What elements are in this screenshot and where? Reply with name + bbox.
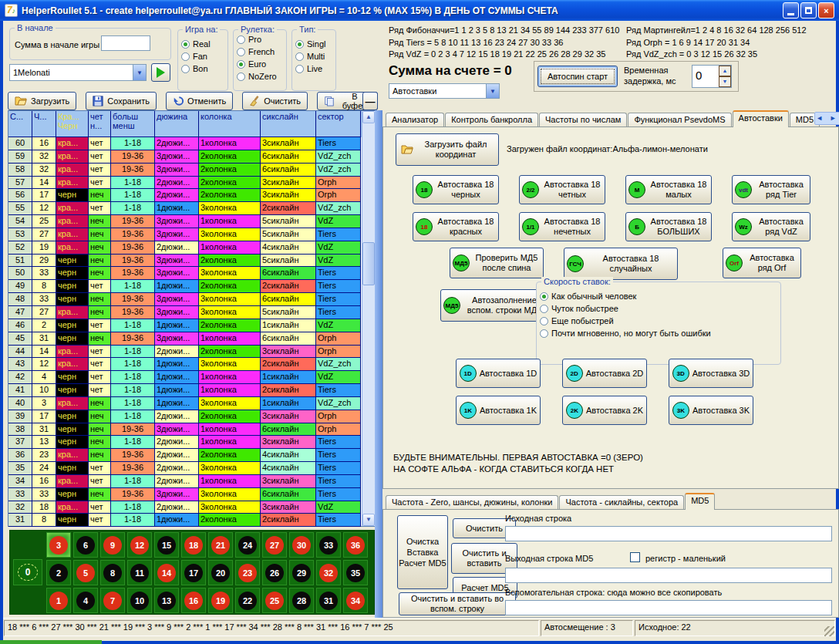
preset-combo[interactable]: 1Melonati ▼ bbox=[9, 64, 147, 81]
radio-Как обычный человек[interactable]: Как обычный человек bbox=[540, 292, 777, 301]
tab-Функционал PsevdoMS[interactable]: Функционал PsevdoMS bbox=[628, 113, 731, 127]
radio-Еще побыстрей[interactable]: Еще побыстрей bbox=[540, 316, 777, 325]
radio-French[interactable]: French bbox=[237, 47, 283, 56]
board-number-13[interactable]: 13 bbox=[154, 588, 179, 613]
table-row[interactable]: 403кра...неч1-181дюжи...3колонка1сиклайн… bbox=[8, 397, 375, 410]
table-row[interactable]: 5033черннеч19-363дюжи...3колонка6сиклайн… bbox=[8, 267, 375, 280]
board-number-25[interactable]: 25 bbox=[262, 588, 287, 613]
register-checkbox[interactable] bbox=[630, 552, 640, 562]
board-number-5[interactable]: 5 bbox=[73, 560, 98, 585]
button-Автоставка 1K[interactable]: 1KАвтоставка 1K bbox=[456, 396, 541, 425]
toolbar-button-2[interactable]: Сохранить bbox=[86, 92, 157, 110]
scroll-up-icon[interactable]: ▲ bbox=[362, 111, 375, 123]
board-number-0[interactable]: 0 bbox=[13, 559, 42, 585]
resize-grip[interactable] bbox=[824, 626, 834, 636]
tab-Частота - Zero, шансы, дюжины, колонки[interactable]: Частота - Zero, шансы, дюжины, колонки bbox=[386, 495, 558, 510]
splitter[interactable] bbox=[375, 110, 382, 621]
tab-MD5[interactable]: MD5 bbox=[685, 493, 715, 510]
board-number-12[interactable]: 12 bbox=[127, 532, 152, 558]
board-number-36[interactable]: 36 bbox=[343, 532, 368, 558]
table-row[interactable]: 5617черннеч1-182дюжи...2колонка3сиклайнO… bbox=[8, 189, 375, 202]
chevron-down-icon[interactable]: ▼ bbox=[486, 84, 499, 98]
table-row[interactable]: 5425кра...неч19-363дюжи...1колонка5сикла… bbox=[8, 215, 375, 228]
radio-Bon[interactable]: Bon bbox=[181, 64, 224, 73]
button-Автоставка 3D[interactable]: 3DАвтоставка 3D bbox=[669, 359, 753, 388]
table-row[interactable]: 3831черннеч19-363дюжи...1колонка6сиклайн… bbox=[8, 423, 375, 437]
table-row[interactable]: 5832кра...чет19-363дюжи...2колонка6сикла… bbox=[8, 164, 375, 177]
button-Автоставка 18 черных[interactable]: 18Автоставка 18 черных bbox=[413, 175, 499, 204]
table-row[interactable]: 3917черннеч1-182дюжи...2колонка3сиклайнO… bbox=[8, 410, 375, 423]
radio-Fan[interactable]: Fan bbox=[181, 52, 224, 61]
button-Автоставка ряд VdZ[interactable]: WzАвтоставка ряд VdZ bbox=[732, 212, 810, 241]
button-Автоставка ряд Tier[interactable]: vdtАвтоставка ряд Tier bbox=[732, 175, 810, 204]
spinner-up-icon[interactable]: ▲ bbox=[719, 66, 731, 76]
table-row[interactable]: 3623кра...неч19-362дюжи...2колонка4сикла… bbox=[8, 449, 375, 462]
radio-Почти мгновенно, но могут быть ошибки[interactable]: Почти мгновенно, но могут быть ошибки bbox=[540, 329, 777, 338]
delay-spinner[interactable]: 0 ▲ ▼ bbox=[692, 65, 732, 88]
title-bar[interactable]: 7♪ HelperRoullet 5.1 - create helperroul… bbox=[0, 0, 839, 21]
board-number-17[interactable]: 17 bbox=[181, 560, 206, 585]
board-number-30[interactable]: 30 bbox=[289, 532, 314, 558]
table-row[interactable]: 4110чернчет1-181дюжи...1колонка2сиклайнT… bbox=[8, 384, 375, 397]
table-row[interactable]: 3333черннеч19-363дюжи...3колонка6сиклайн… bbox=[8, 488, 375, 501]
start-sum-input[interactable] bbox=[101, 35, 150, 51]
table-row[interactable]: 3524чернчет19-362дюжи...3колонка4сиклайн… bbox=[8, 462, 375, 475]
button-Автоставка 1D[interactable]: 1DАвтоставка 1D bbox=[456, 359, 541, 388]
close-button[interactable]: × bbox=[818, 2, 834, 19]
table-row[interactable]: 5327кра...неч19-363дюжи...3колонка5сикла… bbox=[8, 228, 375, 241]
radio-Euro[interactable]: Euro bbox=[237, 59, 283, 69]
board-number-26[interactable]: 26 bbox=[262, 560, 287, 585]
board-number-31[interactable]: 31 bbox=[316, 588, 341, 613]
table-row[interactable]: 3416кра...чет1-182дюжи...1колонка3сиклай… bbox=[8, 475, 375, 488]
board-number-2[interactable]: 2 bbox=[46, 560, 71, 585]
table-scrollbar[interactable]: ▲ ▼ bbox=[362, 111, 375, 526]
board-number-21[interactable]: 21 bbox=[208, 532, 233, 558]
board-number-29[interactable]: 29 bbox=[289, 560, 314, 585]
maximize-button[interactable] bbox=[800, 2, 817, 19]
button-Автоставка 18 четных[interactable]: 2/2Автоставка 18 четных bbox=[519, 175, 605, 204]
table-row[interactable]: 5512кра...чет1-181дюжи...3колонка2сиклай… bbox=[8, 202, 375, 215]
button-Автоставка 2D[interactable]: 2DАвтоставка 2D bbox=[562, 359, 647, 388]
button-Автоставка ряд Orf[interactable]: OrfАвтоставка ряд Orf bbox=[723, 248, 801, 278]
board-number-15[interactable]: 15 bbox=[154, 532, 179, 558]
aux-string-input[interactable] bbox=[505, 600, 832, 615]
radio-NoZero[interactable]: NoZero bbox=[237, 72, 283, 81]
table-row[interactable]: 5219кра...неч19-362дюжи...1колонка4сикла… bbox=[8, 241, 375, 255]
board-number-14[interactable]: 14 bbox=[154, 560, 179, 585]
board-number-33[interactable]: 33 bbox=[316, 532, 341, 558]
board-number-27[interactable]: 27 bbox=[262, 532, 287, 558]
scroll-down-icon[interactable]: ▼ bbox=[362, 514, 375, 526]
board-number-18[interactable]: 18 bbox=[181, 532, 206, 558]
table-row[interactable]: 4414кра...чет1-182дюжи...2колонка3сиклай… bbox=[8, 346, 375, 359]
autospin-start-button[interactable]: Автоспин старт bbox=[537, 66, 618, 87]
board-number-11[interactable]: 11 bbox=[127, 560, 152, 585]
board-number-8[interactable]: 8 bbox=[100, 560, 125, 585]
board-number-24[interactable]: 24 bbox=[235, 532, 260, 558]
tab-scroll-arrows[interactable]: ◄ ► bbox=[814, 112, 839, 125]
table-row[interactable]: 4833черннеч19-363дюжи...3колонка6сиклайн… bbox=[8, 293, 375, 306]
tab-Анализатор[interactable]: Анализатор bbox=[386, 113, 444, 127]
table-row[interactable]: 462чернчет1-181дюжи...2колонка1сиклайнVd… bbox=[8, 319, 375, 332]
radio-Singl[interactable]: Singl bbox=[295, 39, 332, 49]
radio-Real[interactable]: Real bbox=[181, 39, 224, 49]
radio-Multi[interactable]: Multi bbox=[295, 52, 332, 61]
table-row[interactable]: 5129черннеч19-363дюжи...2колонка5сиклайн… bbox=[8, 255, 375, 268]
tab-Контроль банкролла[interactable]: Контроль банкролла bbox=[445, 113, 538, 127]
tab-Частота - сиклайны, сектора[interactable]: Частота - сиклайны, сектора bbox=[559, 495, 684, 510]
board-number-23[interactable]: 23 bbox=[235, 560, 260, 585]
board-number-6[interactable]: 6 bbox=[73, 532, 98, 558]
spinner-down-icon[interactable]: ▼ bbox=[719, 76, 731, 87]
table-row[interactable]: 3218кра...чет1-182дюжи...3колонка3сиклай… bbox=[8, 501, 375, 514]
board-number-34[interactable]: 34 bbox=[343, 588, 368, 613]
toolbar-button-4[interactable]: Очистить bbox=[242, 92, 308, 110]
radio-Чуток побыстрее[interactable]: Чуток побыстрее bbox=[540, 304, 777, 313]
source-string-input[interactable] bbox=[505, 526, 832, 541]
table-row[interactable]: 5714кра...чет1-182дюжи...2колонка3сиклай… bbox=[8, 177, 375, 190]
board-number-7[interactable]: 7 bbox=[100, 588, 125, 613]
button-Автоставка 2K[interactable]: 2KАвтоставка 2K bbox=[562, 396, 647, 425]
board-number-35[interactable]: 35 bbox=[343, 560, 368, 585]
table-row[interactable]: 4312кра...чет1-181дюжи...3колонка2сиклай… bbox=[8, 358, 375, 371]
mode-combo[interactable]: Автоставки ▼ bbox=[389, 83, 500, 99]
board-number-22[interactable]: 22 bbox=[235, 588, 260, 613]
radio-Pro[interactable]: Pro bbox=[237, 35, 283, 44]
